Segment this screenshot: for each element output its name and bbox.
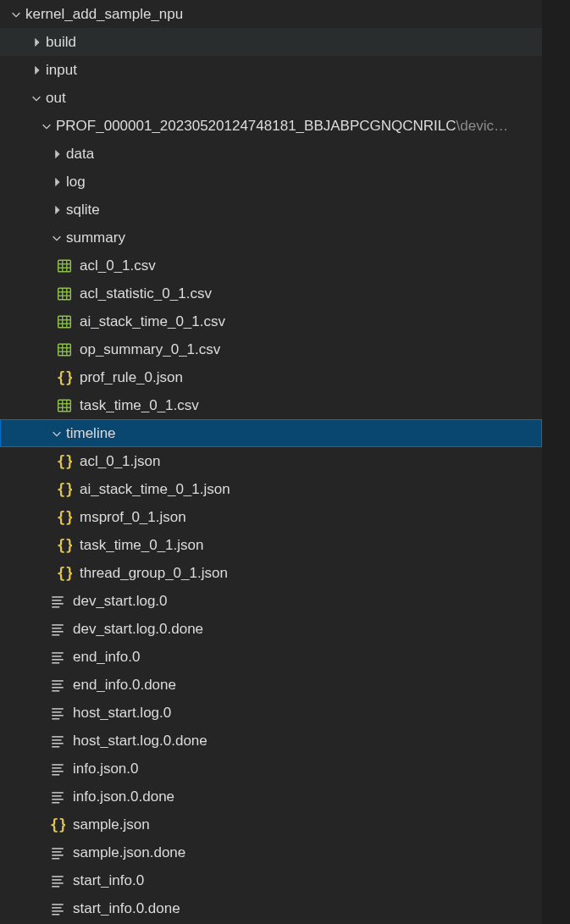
json-icon [56,369,73,386]
file-item[interactable]: task_time_0_1.json [0,531,542,559]
text-file-icon [49,649,66,666]
file-item[interactable]: thread_group_0_1.json [0,559,542,587]
folder-label: timeline [66,426,116,440]
file-item[interactable]: msprof_0_1.json [0,503,542,531]
file-item[interactable]: ai_stack_time_0_1.csv [0,307,542,335]
vertical-scrollbar[interactable] [558,0,570,924]
file-label: end_info.0.done [73,678,176,692]
folder-label: summary [66,230,125,245]
text-file-icon [49,761,66,777]
text-file-icon [49,677,66,694]
folder-build[interactable]: build [0,28,542,56]
file-label: dev_start.log.0 [73,594,168,608]
file-item[interactable]: sample.json.done [0,838,542,866]
text-file-icon [49,788,66,805]
file-item[interactable]: dev_start.log.0 [0,587,542,615]
file-item[interactable]: start_info.0.done [0,894,542,922]
file-label: ai_stack_time_0_1.json [80,482,230,496]
chevron-down-icon [49,426,64,441]
json-icon [56,509,73,526]
csv-icon [56,257,73,274]
folder-label: log [66,174,86,189]
file-label: op_summary_0_1.csv [80,342,220,357]
file-item[interactable]: task_time_0_1.csv [0,391,542,419]
chevron-down-icon [39,119,54,134]
file-label: task_time_0_1.csv [80,398,199,412]
file-explorer-tree[interactable]: kernel_add_sample_npu build input out PR… [0,0,542,924]
json-icon [56,565,73,582]
text-file-icon [49,872,66,889]
file-label: host_start.log.0.done [73,733,208,748]
folder-log[interactable]: log [0,168,542,196]
file-label: start_info.0 [73,873,144,888]
folder-root[interactable]: kernel_add_sample_npu [0,0,542,28]
file-item[interactable]: end_info.0.done [0,671,542,699]
text-file-icon [49,621,66,638]
file-item[interactable]: acl_0_1.csv [0,252,542,279]
file-item[interactable]: prof_rule_0.json [0,363,542,391]
csv-icon [56,285,73,302]
file-label: dev_start.log.0.done [73,622,203,636]
file-item[interactable]: ai_stack_time_0_1.json [0,475,542,503]
file-label: sample.json.done [73,845,185,860]
file-item[interactable]: dev_start.log.0.done [0,615,542,643]
json-icon [49,816,66,833]
file-label: acl_0_1.json [80,454,160,468]
file-label: host_start.log.0 [73,705,171,720]
file-label: end_info.0 [73,650,140,664]
file-item[interactable]: info.json.0 [0,755,542,783]
file-label: sample.json [73,817,150,832]
file-item[interactable]: sample.json [0,811,542,838]
folder-label: out [46,91,66,105]
chevron-down-icon [29,91,44,106]
chevron-right-icon [49,202,64,218]
folder-label: input [46,63,77,77]
folder-out[interactable]: out [0,84,542,112]
csv-icon [56,313,73,330]
folder-label: PROF_000001_20230520124748181_BBJABPCGNQ… [56,119,508,133]
file-item[interactable]: start_info.0 [0,866,542,894]
file-label: msprof_0_1.json [80,510,186,524]
folder-label: build [46,35,76,49]
text-file-icon [49,705,66,722]
file-item[interactable]: acl_0_1.json [0,447,542,475]
folder-sqlite[interactable]: sqlite [0,196,542,224]
chevron-right-icon [49,147,64,162]
json-icon [56,537,73,554]
json-icon [56,481,73,498]
folder-label: data [66,147,94,161]
file-label: acl_statistic_0_1.csv [80,286,212,301]
file-label: task_time_0_1.json [80,538,203,552]
file-label: thread_group_0_1.json [80,566,228,580]
folder-timeline[interactable]: timeline [0,419,542,447]
file-item[interactable]: op_summary_0_1.csv [0,335,542,363]
chevron-down-icon [49,230,64,246]
file-label: info.json.0 [73,761,139,776]
file-label: acl_0_1.csv [80,258,156,273]
text-file-icon [49,733,66,750]
file-label: ai_stack_time_0_1.csv [80,314,225,329]
text-file-icon [49,844,66,861]
folder-label: sqlite [66,202,100,217]
text-file-icon [49,593,66,610]
file-item[interactable]: end_info.0 [0,643,542,671]
file-label: prof_rule_0.json [80,370,183,385]
chevron-right-icon [29,63,44,78]
folder-summary[interactable]: summary [0,224,542,252]
file-label: info.json.0.done [73,789,174,804]
chevron-down-icon [8,7,24,22]
folder-label: kernel_add_sample_npu [25,7,183,21]
json-icon [56,453,73,470]
csv-icon [56,341,73,358]
file-label: start_info.0.done [73,901,180,916]
text-file-icon [49,900,66,917]
folder-input[interactable]: input [0,56,542,84]
folder-data[interactable]: data [0,140,542,168]
file-item[interactable]: host_start.log.0.done [0,727,542,755]
chevron-right-icon [29,35,44,50]
csv-icon [56,397,73,414]
file-item[interactable]: info.json.0.done [0,783,542,811]
file-item[interactable]: host_start.log.0 [0,699,542,727]
file-item[interactable]: acl_statistic_0_1.csv [0,279,542,307]
folder-prof[interactable]: PROF_000001_20230520124748181_BBJABPCGNQ… [0,112,542,140]
